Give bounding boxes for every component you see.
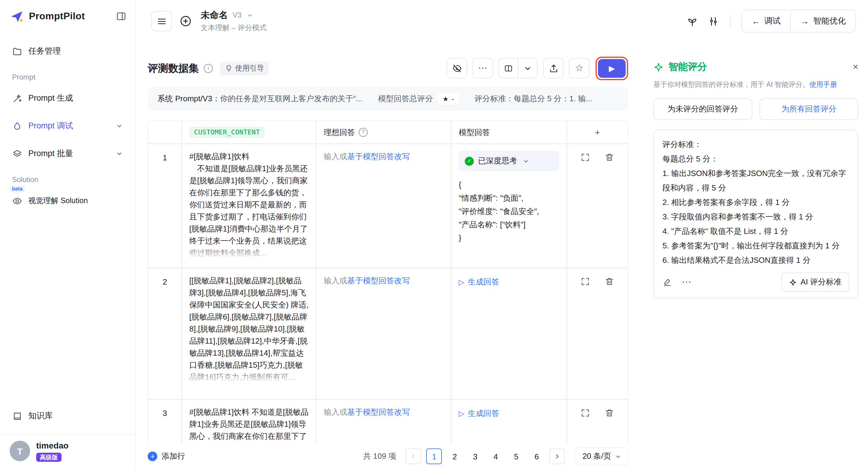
split-view-button[interactable] bbox=[499, 59, 518, 78]
panel-description-text: 基于你对模型回答的评分标准，用于 AI 智能评分。 bbox=[653, 81, 809, 88]
row-actions-cell bbox=[567, 400, 627, 444]
model-score-label: 模型回答总评分 bbox=[378, 93, 433, 104]
panel-title: 智能评分 bbox=[669, 61, 707, 73]
column-header-ideal-answer[interactable]: 理想回答 ? bbox=[316, 121, 452, 144]
smart-optimize-label: 智能优化 bbox=[813, 16, 846, 27]
help-icon[interactable]: ? bbox=[359, 128, 368, 137]
sidebar-item-prompt-debug[interactable]: Prompt 调试 bbox=[6, 114, 129, 138]
manual-link[interactable]: 使用手册 bbox=[809, 81, 837, 88]
ideal-answer-cell[interactable]: 输入或基于模型回答改写 bbox=[316, 144, 452, 268]
sidebar-item-knowledge-base[interactable]: 知识库 bbox=[6, 404, 129, 428]
usage-guide-badge[interactable]: 使用引导 bbox=[220, 61, 269, 75]
sidebar-item-label: Prompt 生成 bbox=[28, 93, 73, 104]
page-button-6[interactable]: 6 bbox=[529, 448, 545, 464]
page-button-5[interactable]: 5 bbox=[508, 448, 524, 464]
trash-icon[interactable] bbox=[604, 153, 614, 162]
page-button-1[interactable]: 1 bbox=[427, 448, 442, 464]
favorite-button[interactable]: ☆ bbox=[569, 58, 590, 79]
page-size-select[interactable]: 20 条/页 bbox=[576, 447, 628, 465]
more-actions-button[interactable]: ⋯ bbox=[472, 58, 493, 79]
sidebar-item-prompt-generate[interactable]: Prompt 生成 bbox=[6, 86, 129, 110]
task-version[interactable]: V3 bbox=[233, 11, 241, 19]
upload-button[interactable] bbox=[543, 58, 564, 79]
sidebar-item-vision-solution[interactable]: beta 视觉理解 Solution bbox=[6, 189, 129, 213]
rewrite-from-model-link[interactable]: 基于模型回答改写 bbox=[347, 152, 410, 161]
task-name[interactable]: 未命名 bbox=[201, 9, 228, 21]
generate-answer-button[interactable]: ▷ 生成回答 bbox=[459, 408, 559, 419]
prev-page-button[interactable] bbox=[406, 448, 422, 464]
debug-mode-button[interactable]: ← 调试 bbox=[742, 10, 790, 32]
sparkle-icon bbox=[789, 278, 797, 286]
column-header-customer-content[interactable]: CUSTOMER_CONTENT bbox=[182, 121, 316, 144]
ideal-placeholder: 输入或 bbox=[324, 152, 347, 161]
prompt-summary-bar[interactable]: 系统 Prompt/V3：你的任务是对互联网上客户发布的关于“... 模型回答总… bbox=[148, 87, 628, 111]
plant-icon[interactable] bbox=[687, 15, 698, 27]
ai-criteria-button[interactable]: AI 评分标准 bbox=[781, 273, 849, 292]
deep-thinking-toggle[interactable]: ✓ 已深度思考 bbox=[459, 151, 559, 171]
sidebar-collapse-icon[interactable] bbox=[116, 11, 127, 22]
column-header-model-answer[interactable]: 模型回答 bbox=[452, 121, 567, 144]
sidebar-item-prompt-batch[interactable]: Prompt 批量 bbox=[6, 142, 129, 166]
new-task-button[interactable] bbox=[179, 14, 192, 28]
add-column-button[interactable]: + bbox=[567, 121, 627, 144]
question-glyph: ? bbox=[362, 130, 365, 135]
sliders-icon[interactable] bbox=[708, 15, 719, 27]
play-icon: ▶ bbox=[609, 64, 615, 73]
customer-content-cell[interactable]: #[脱敏品牌1]饮料 不知道是[脱敏品牌1]业务员黑还是[脱敏品牌1]领导黑心，… bbox=[182, 400, 316, 444]
play-outline-icon: ▷ bbox=[459, 410, 464, 417]
sidebar-item-tasks[interactable]: 任务管理 bbox=[6, 39, 129, 63]
criteria-line: 5. 参考答案为"{}"时，输出任何字段都直接判为 1 分 bbox=[662, 239, 849, 253]
split-view-dropdown[interactable] bbox=[518, 59, 537, 78]
customer-content-cell[interactable]: #[脱敏品牌1]饮料 不知道是[脱敏品牌1]业务员黑还是[脱敏品牌1]领导黑心，… bbox=[182, 144, 316, 268]
model-score-summary: 模型回答总评分 ★ - bbox=[378, 93, 459, 104]
row-actions-cell bbox=[567, 144, 627, 268]
trash-icon[interactable] bbox=[604, 277, 614, 286]
chevron-left-icon bbox=[410, 453, 417, 460]
ideal-placeholder: 输入或 bbox=[324, 276, 347, 285]
criteria-line: 1. 输出JSON和参考答案JSON完全一致，没有冗余字段和内容，得 5 分 bbox=[662, 166, 849, 195]
cell-text: #[脱敏品牌1]饮料 不知道是[脱敏品牌1]业务员黑还是[脱敏品牌1]领导黑心，… bbox=[189, 151, 309, 259]
user-account-row[interactable]: T timedao 高级版 bbox=[0, 434, 135, 469]
rewrite-from-model-link[interactable]: 基于模型回答改写 bbox=[347, 276, 410, 285]
generate-answer-button[interactable]: ▷ 生成回答 bbox=[459, 276, 559, 288]
play-outline-icon: ▷ bbox=[459, 279, 464, 286]
trash-icon[interactable] bbox=[604, 408, 614, 418]
score-unscored-button[interactable]: 为未评分的回答评分 bbox=[653, 98, 752, 120]
star-icon: ★ bbox=[442, 95, 448, 103]
next-page-button[interactable] bbox=[550, 448, 565, 464]
score-all-button[interactable]: 为所有回答评分 bbox=[760, 98, 858, 120]
add-row-button[interactable]: + 添加行 bbox=[148, 451, 185, 462]
mode-switch-group: ← 调试 → 智能优化 bbox=[741, 10, 856, 33]
edit-pencil-icon[interactable] bbox=[662, 277, 672, 287]
model-answer-cell[interactable]: ✓ 已深度思考 { "情感判断": "负面", "评价维度": "食品安全", … bbox=[452, 144, 567, 268]
page-button-2[interactable]: 2 bbox=[447, 448, 463, 464]
app-window: PromptPilot 任务管理 Prompt Prompt 生成 Prompt… bbox=[0, 0, 868, 469]
menu-button[interactable] bbox=[151, 11, 172, 31]
task-title-block: 未命名 V3 文本理解 – 评分模式 bbox=[201, 9, 267, 33]
model-answer-cell[interactable]: ▷ 生成回答 bbox=[452, 400, 567, 444]
hide-columns-button[interactable] bbox=[447, 58, 467, 79]
criteria-line: 6. 输出结果格式不是合法JSON直接得 1 分 bbox=[662, 253, 849, 268]
chevron-down-icon[interactable] bbox=[246, 12, 253, 19]
generate-answer-label: 生成回答 bbox=[468, 276, 499, 288]
run-evaluation-button[interactable]: ▶ bbox=[598, 59, 626, 77]
page-button-3[interactable]: 3 bbox=[467, 448, 483, 464]
ideal-answer-cell[interactable]: 输入或基于模型回答改写 bbox=[316, 400, 452, 444]
smart-optimize-button[interactable]: → 智能优化 bbox=[790, 10, 855, 32]
ellipsis-icon[interactable]: ⋯ bbox=[682, 277, 691, 287]
model-answer-cell[interactable]: ▷ 生成回答 bbox=[452, 268, 567, 400]
customer-content-cell[interactable]: [[脱敏品牌1],[脱敏品牌2],[脱敏品牌3],[脱敏品牌4],[脱敏品牌5]… bbox=[182, 268, 316, 400]
check-glyph: ✓ bbox=[467, 155, 471, 167]
info-icon[interactable]: i bbox=[204, 64, 213, 73]
chevron-right-icon bbox=[554, 453, 561, 460]
page-button-4[interactable]: 4 bbox=[488, 448, 504, 464]
chevron-down-icon bbox=[116, 122, 123, 130]
expand-icon[interactable] bbox=[581, 408, 590, 418]
close-icon[interactable]: × bbox=[852, 62, 858, 72]
ideal-answer-cell[interactable]: 输入或基于模型回答改写 bbox=[316, 268, 452, 400]
rewrite-from-model-link[interactable]: 基于模型回答改写 bbox=[347, 408, 410, 416]
expand-icon[interactable] bbox=[581, 153, 590, 162]
topbar-actions: ← 调试 → 智能优化 bbox=[687, 10, 856, 33]
expand-icon[interactable] bbox=[581, 277, 590, 286]
row-actions-cell bbox=[567, 268, 627, 400]
